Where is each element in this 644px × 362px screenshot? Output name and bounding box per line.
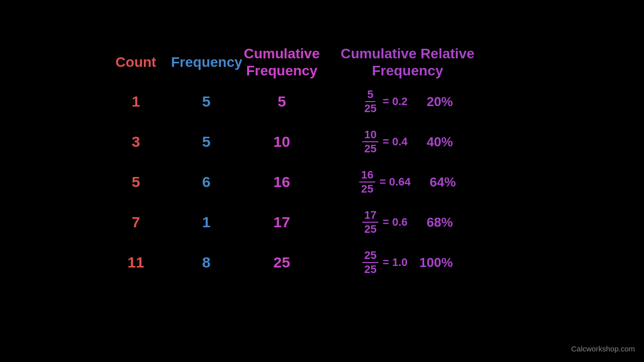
- table-row: 3 5 10 10 25 = 0.4 40%: [101, 124, 543, 159]
- cell-cumulative-frequency: 16: [242, 173, 322, 191]
- fraction-denominator: 25: [362, 102, 378, 115]
- fraction-denominator: 25: [362, 263, 378, 276]
- fraction-expression: 5 25 = 0.2: [362, 88, 408, 116]
- cell-cumulative-relative-frequency: 25 25 = 1.0 100%: [322, 249, 493, 277]
- fraction: 5 25: [362, 88, 378, 116]
- fraction-expression: 16 25 = 0.64: [359, 168, 411, 196]
- fraction-numerator: 5: [365, 88, 375, 102]
- cell-count: 11: [101, 254, 171, 271]
- fraction: 17 25: [362, 209, 378, 236]
- cell-cumulative-frequency: 25: [242, 254, 322, 271]
- cell-count: 7: [101, 214, 171, 231]
- fraction-numerator: 16: [359, 168, 375, 183]
- fraction-numerator: 17: [362, 209, 378, 223]
- cell-frequency: 1: [171, 214, 242, 231]
- cell-cumulative-relative-frequency: 10 25 = 0.4 40%: [322, 128, 493, 156]
- percent-value: 64%: [421, 174, 456, 190]
- decimal-value: = 0.64: [379, 175, 411, 189]
- cell-count: 1: [101, 93, 171, 110]
- header-cumulative-relative-frequency: Cumulative RelativeFrequency: [322, 45, 493, 79]
- fraction-denominator: 25: [362, 223, 378, 236]
- header-row: Count Frequency CumulativeFrequency Cumu…: [101, 45, 543, 79]
- cell-cumulative-frequency: 5: [242, 93, 322, 110]
- frequency-table: Count Frequency CumulativeFrequency Cumu…: [101, 45, 543, 285]
- fraction-numerator: 25: [362, 249, 378, 263]
- header-frequency: Frequency: [171, 54, 242, 70]
- cell-count: 5: [101, 173, 171, 191]
- decimal-value: = 1.0: [382, 256, 408, 269]
- cell-count: 3: [101, 133, 171, 150]
- fraction-expression: 17 25 = 0.6: [362, 209, 408, 236]
- decimal-value: = 0.6: [382, 216, 408, 229]
- percent-value: 40%: [418, 134, 453, 150]
- cell-cumulative-relative-frequency: 17 25 = 0.6 68%: [322, 209, 493, 236]
- data-rows: 1 5 5 5 25 = 0.2 20% 3 5 10 10 25 = 0.4: [101, 84, 543, 280]
- cell-cumulative-frequency: 17: [242, 214, 322, 231]
- table-row: 1 5 5 5 25 = 0.2 20%: [101, 84, 543, 119]
- fraction-denominator: 25: [362, 142, 378, 155]
- percent-value: 100%: [418, 255, 453, 270]
- cell-cumulative-relative-frequency: 5 25 = 0.2 20%: [322, 88, 493, 116]
- cell-frequency: 6: [171, 173, 242, 191]
- cell-cumulative-frequency: 10: [242, 133, 322, 150]
- table-row: 5 6 16 16 25 = 0.64 64%: [101, 164, 543, 200]
- cell-frequency: 5: [171, 93, 242, 110]
- fraction: 16 25: [359, 168, 375, 196]
- cell-cumulative-relative-frequency: 16 25 = 0.64 64%: [322, 168, 493, 196]
- table-row: 7 1 17 17 25 = 0.6 68%: [101, 205, 543, 240]
- fraction-expression: 10 25 = 0.4: [362, 128, 408, 156]
- fraction-expression: 25 25 = 1.0: [362, 249, 408, 277]
- percent-value: 20%: [418, 94, 453, 110]
- header-count: Count: [101, 54, 171, 70]
- fraction: 25 25: [362, 249, 378, 277]
- decimal-value: = 0.4: [382, 135, 408, 148]
- fraction: 10 25: [362, 128, 378, 156]
- table-row: 11 8 25 25 25 = 1.0 100%: [101, 245, 543, 280]
- header-cumulative-frequency: CumulativeFrequency: [242, 45, 322, 79]
- cell-frequency: 8: [171, 254, 242, 271]
- decimal-value: = 0.2: [382, 95, 408, 108]
- fraction-denominator: 25: [359, 183, 375, 196]
- watermark: Calcworkshop.com: [571, 344, 635, 353]
- percent-value: 68%: [418, 215, 453, 230]
- cell-frequency: 5: [171, 133, 242, 150]
- fraction-numerator: 10: [362, 128, 378, 142]
